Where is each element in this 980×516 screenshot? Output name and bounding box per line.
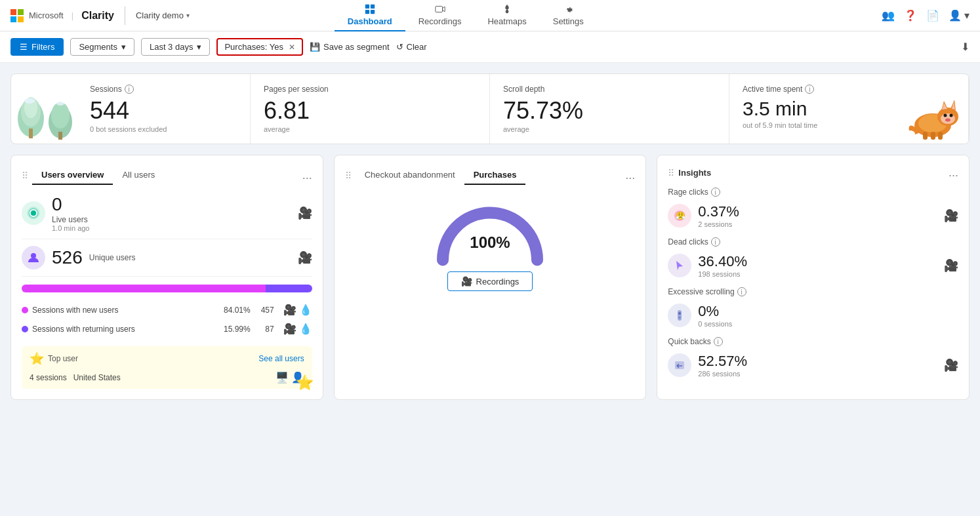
project-selector[interactable]: Clarity demo ▾	[136, 10, 190, 20]
new-users-recording-icon[interactable]: 🎥	[283, 304, 296, 316]
rage-clicks-values: 0.37% 2 sessions	[698, 203, 739, 228]
quick-backs-info-icon[interactable]: i	[714, 337, 723, 346]
svg-rect-37	[675, 361, 684, 369]
svg-point-29	[31, 210, 36, 216]
sessions-info-icon[interactable]: i	[125, 85, 134, 94]
live-users-icon	[22, 201, 45, 225]
nav-item-heatmaps[interactable]: Heatmaps	[474, 0, 539, 31]
quick-backs-recording-icon[interactable]: 🎥	[944, 358, 958, 372]
tab-checkout-abandonment[interactable]: Checkout abandonment	[356, 166, 464, 185]
ms-label: Microsoft	[29, 10, 64, 20]
date-range-button[interactable]: Last 3 days ▾	[141, 38, 211, 56]
users-overview-card: ⠿ Users overview All users ...	[10, 155, 323, 400]
insights-card-more-icon[interactable]: ...	[949, 166, 958, 180]
sessions-stat: Sessions i 544 0 bot sessions excluded	[11, 74, 251, 144]
sd-sub: average	[503, 125, 716, 133]
pulse-icon	[27, 207, 40, 220]
cards-row: ⠿ Users overview All users ...	[10, 155, 970, 400]
purchases-card-more-icon[interactable]: ...	[625, 169, 635, 182]
returning-users-recording-icon[interactable]: 🎥	[283, 323, 296, 335]
person-icon	[27, 251, 40, 264]
excessive-scrolling-info-icon[interactable]: i	[737, 287, 746, 296]
save-icon: 💾	[310, 42, 320, 52]
excessive-scrolling-value: 0%	[698, 303, 732, 320]
help-icon[interactable]: ❓	[904, 9, 917, 22]
users-card-tabs: Users overview All users	[32, 166, 298, 185]
returning-users-dot	[22, 326, 28, 332]
rage-clicks-info-icon[interactable]: i	[711, 188, 720, 197]
dead-clicks-icon	[668, 254, 691, 277]
active-time-info-icon[interactable]: i	[805, 85, 814, 94]
top-user-row: 4 sessions United States 🖥️ 👤	[30, 371, 304, 384]
live-users-recording-icon[interactable]: 🎥	[298, 206, 312, 220]
project-chevron-icon: ▾	[186, 12, 190, 19]
live-users-value: 0	[52, 194, 89, 215]
dead-clicks-sub: 198 sessions	[698, 270, 747, 278]
returning-users-count: 87	[255, 325, 274, 334]
unique-users-recording-icon[interactable]: 🎥	[298, 250, 312, 265]
nav-item-dashboard[interactable]: Dashboard	[335, 0, 405, 31]
top-user-country: United States	[73, 373, 269, 382]
returning-users-funnel-icon[interactable]: 💧	[299, 323, 312, 335]
project-name-label: Clarity demo	[136, 10, 184, 20]
active-time-stat: Active time spent i 3.5 min out of 5.9 m…	[729, 74, 969, 144]
dead-clicks-info-icon[interactable]: i	[711, 237, 720, 247]
new-users-pct: 84.01%	[224, 306, 251, 315]
donut-container: 100% 🎥 Recordings	[345, 188, 636, 304]
star-icon: ⭐	[30, 351, 44, 366]
returning-users-bar	[266, 285, 312, 292]
rage-clicks-section: Rage clicks i 😤 0.37% 2 sessions 🎥	[668, 188, 958, 231]
document-icon[interactable]: 📄	[926, 9, 939, 22]
recordings-button[interactable]: 🎥 Recordings	[447, 271, 533, 291]
active-filter-tag[interactable]: Purchases: Yes ✕	[216, 38, 303, 56]
nav-item-recordings[interactable]: Recordings	[405, 0, 475, 31]
account-icon[interactable]: 👤 ▾	[949, 9, 970, 22]
main-content: Sessions i 544 0 bot sessions excluded P…	[0, 63, 980, 410]
tab-purchases[interactable]: Purchases	[464, 166, 526, 185]
unique-users-icon	[22, 246, 45, 269]
brand-area: Microsoft | Clarity	[10, 9, 114, 22]
rage-clicks-icon: 😤	[668, 204, 691, 228]
tab-users-overview[interactable]: Users overview	[32, 166, 113, 185]
recordings-btn-label: Recordings	[476, 277, 520, 287]
see-all-users-link[interactable]: See all users	[258, 354, 304, 363]
download-icon[interactable]: ⬇	[961, 41, 970, 52]
dashboard-icon	[364, 3, 376, 15]
sd-label: Scroll depth	[503, 85, 716, 94]
rage-face-icon: 😤	[673, 209, 686, 222]
share-icon[interactable]: 👥	[882, 9, 895, 22]
device-desktop-icon[interactable]: 🖥️	[276, 371, 289, 384]
clear-button[interactable]: ↺ Clear	[396, 42, 427, 52]
excessive-scrolling-section: Excessive scrolling i 0% 0 sessions	[668, 287, 958, 330]
recordings-btn-icon: 🎥	[461, 276, 472, 287]
quick-backs-section: Quick backs i 52.57% 286 sessions 🎥	[668, 337, 958, 380]
insights-card: ⠿ Insights ... Rage clicks i 😤	[657, 155, 970, 400]
filters-button[interactable]: ☰ Filters	[10, 38, 64, 56]
new-users-label: Sessions with new users	[32, 306, 220, 315]
rage-clicks-sub: 2 sessions	[698, 220, 739, 228]
bottom-star-icon: ⭐	[296, 374, 314, 391]
pps-label: Pages per session	[264, 85, 476, 94]
nav-item-settings[interactable]: Settings	[540, 0, 597, 31]
live-users-label: Live users	[52, 215, 89, 224]
filter-close-icon[interactable]: ✕	[289, 43, 295, 52]
drag-handle-icon: ⠿	[22, 170, 28, 181]
tab-all-users[interactable]: All users	[113, 166, 164, 185]
dead-clicks-recording-icon[interactable]: 🎥	[944, 258, 958, 273]
save-segment-button[interactable]: 💾 Save as segment	[310, 42, 389, 52]
save-segment-label: Save as segment	[323, 42, 389, 52]
stats-row: Sessions i 544 0 bot sessions excluded P…	[10, 73, 970, 144]
ms-logo-icon	[10, 9, 24, 22]
segments-button[interactable]: Segments ▾	[70, 38, 134, 56]
new-users-bar	[22, 285, 266, 292]
clear-icon: ↺	[396, 42, 403, 52]
returning-users-legend: Sessions with returning users 15.99% 87 …	[22, 319, 312, 338]
nav-heatmaps-label: Heatmaps	[487, 16, 526, 26]
svg-rect-4	[435, 7, 442, 12]
segments-label: Segments	[79, 42, 117, 52]
new-users-funnel-icon[interactable]: 💧	[299, 304, 312, 316]
users-card-more-icon[interactable]: ...	[302, 169, 312, 182]
rage-clicks-recording-icon[interactable]: 🎥	[944, 208, 958, 223]
rage-clicks-value: 0.37%	[698, 203, 739, 220]
filter-tag-label: Purchases: Yes	[224, 42, 283, 52]
